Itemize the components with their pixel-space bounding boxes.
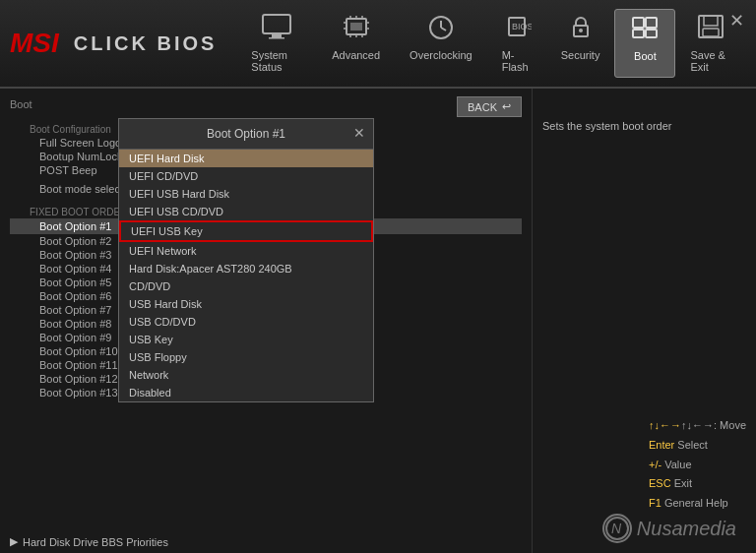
- back-button[interactable]: BACK ↩: [457, 96, 522, 117]
- left-panel: Boot BACK ↩ Boot Configuration Full Scre…: [0, 89, 532, 553]
- key-move: ↑↓←→↑↓←→: Move: [649, 416, 746, 436]
- modal-item-usb-hdd[interactable]: USB Hard Disk: [119, 295, 373, 313]
- tab-security[interactable]: Security: [546, 9, 615, 78]
- key-help: ↑↓←→↑↓←→: Move Enter Select +/- Value ES…: [649, 416, 746, 514]
- tab-boot-label: Boot: [634, 50, 657, 62]
- cpu-icon: [342, 14, 371, 46]
- modal-item-network[interactable]: Network: [119, 366, 373, 384]
- svg-rect-1: [272, 34, 282, 37]
- lock-icon: [566, 14, 596, 46]
- modal-item-usb-key[interactable]: USB Key: [119, 331, 373, 348]
- svg-rect-0: [263, 15, 290, 33]
- key-f1: F1 General Help: [649, 494, 746, 514]
- svg-rect-2: [269, 37, 284, 39]
- clock-icon: [426, 14, 456, 46]
- tab-overclocking[interactable]: Overclocking: [395, 9, 487, 78]
- chip-icon: BIOS: [502, 14, 532, 46]
- svg-text:BIOS: BIOS: [512, 22, 532, 31]
- modal-item-uefi-usb-key[interactable]: UEFI USB Key: [119, 220, 373, 242]
- modal-item-uefi-hdd[interactable]: UEFI Hard Disk: [119, 150, 373, 167]
- tab-m-flash-label: M-Flash: [502, 49, 532, 73]
- tab-m-flash[interactable]: BIOS M-Flash: [487, 9, 546, 78]
- key-value: +/- Value: [649, 456, 746, 475]
- modal-title: Boot Option #1 ✕: [119, 119, 373, 150]
- svg-rect-25: [646, 30, 657, 37]
- key-enter: Enter Select: [649, 436, 746, 456]
- svg-rect-27: [704, 16, 718, 26]
- modal-item-uefi-usb-hdd[interactable]: UEFI USB Hard Disk: [119, 185, 373, 203]
- boot-option-modal: Boot Option #1 ✕ UEFI Hard Disk UEFI CD/…: [118, 118, 374, 402]
- watermark-text: Nusamedia: [637, 518, 736, 540]
- modal-item-hdd-apacer[interactable]: Hard Disk:Apacer AST280 240GB: [119, 260, 373, 277]
- right-panel: Sets the system boot order ↑↓←→↑↓←→: Mov…: [532, 89, 756, 553]
- save-icon: [696, 14, 725, 46]
- close-button[interactable]: ✕: [729, 10, 744, 31]
- modal-item-uefi-usb-cddvd[interactable]: UEFI USB CD/DVD: [119, 203, 373, 220]
- tab-overclocking-label: Overclocking: [410, 49, 472, 61]
- watermark: N Nusamedia: [602, 514, 736, 543]
- logo-msi: MSI: [10, 28, 59, 59]
- arrow-icon: ▶: [10, 535, 18, 548]
- tab-system-status-label: System Status: [251, 49, 302, 73]
- main-content: Boot BACK ↩ Boot Configuration Full Scre…: [0, 89, 756, 553]
- svg-rect-22: [633, 18, 644, 28]
- header: MSI CLICK BIOS System Status Advanced Ov…: [0, 0, 756, 89]
- modal-item-disabled[interactable]: Disabled: [119, 384, 373, 401]
- breadcrumb: Boot: [10, 98, 32, 110]
- watermark-icon: N: [602, 514, 632, 543]
- tab-boot[interactable]: Boot: [614, 9, 675, 78]
- logo-text: CLICK BIOS: [74, 32, 218, 55]
- svg-rect-28: [703, 29, 719, 36]
- svg-point-21: [579, 29, 583, 32]
- nav-tabs: System Status Advanced Overclocking BIOS…: [236, 9, 746, 78]
- tab-security-label: Security: [561, 49, 600, 61]
- boot-icon: [630, 15, 660, 47]
- svg-line-17: [441, 28, 446, 31]
- modal-item-usb-floppy[interactable]: USB Floppy: [119, 348, 373, 366]
- modal-item-usb-cddvd[interactable]: USB CD/DVD: [119, 313, 373, 331]
- help-text: Sets the system boot order: [542, 118, 746, 135]
- tab-advanced-label: Advanced: [332, 49, 380, 61]
- svg-text:N: N: [611, 521, 622, 536]
- modal-close-button[interactable]: ✕: [353, 125, 365, 141]
- key-esc: ESC Exit: [649, 474, 746, 494]
- svg-rect-23: [646, 18, 657, 28]
- svg-rect-24: [633, 30, 644, 37]
- tab-system-status[interactable]: System Status: [236, 9, 317, 78]
- tab-save-exit-label: Save & Exit: [690, 49, 731, 73]
- tab-advanced[interactable]: Advanced: [317, 9, 395, 78]
- modal-item-uefi-cddvd[interactable]: UEFI CD/DVD: [119, 167, 373, 185]
- monitor-icon: [262, 14, 291, 46]
- modal-item-uefi-network[interactable]: UEFI Network: [119, 242, 373, 260]
- modal-list: UEFI Hard Disk UEFI CD/DVD UEFI USB Hard…: [119, 150, 373, 401]
- svg-rect-4: [350, 23, 362, 31]
- modal-item-cddvd[interactable]: CD/DVD: [119, 277, 373, 295]
- hdd-priorities[interactable]: ▶ Hard Disk Drive BBS Priorities: [10, 535, 168, 548]
